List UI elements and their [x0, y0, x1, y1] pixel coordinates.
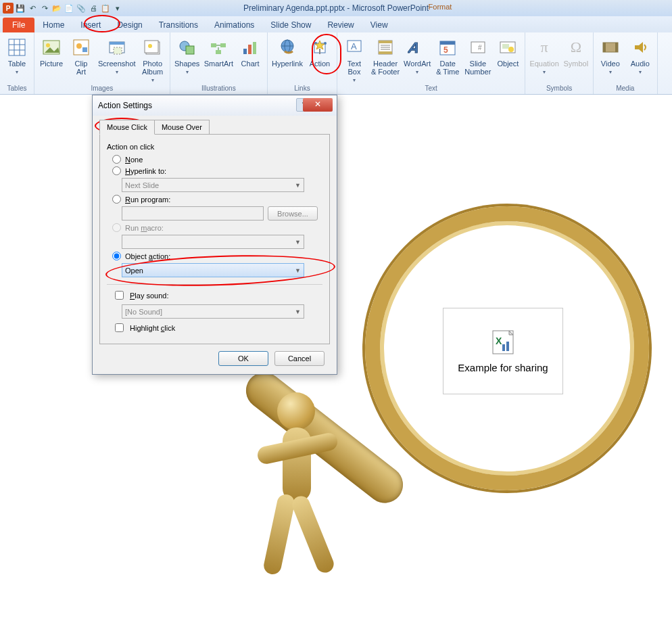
- dialog-titlebar[interactable]: Action Settings ? ✕: [93, 95, 337, 116]
- chart-icon: [239, 37, 261, 58]
- wordart-button[interactable]: AWordArt: [404, 37, 431, 75]
- radio-objectaction[interactable]: Object action:: [112, 252, 322, 260]
- cancel-button[interactable]: Cancel: [274, 351, 325, 366]
- symbol-button[interactable]: ΩSymbol: [563, 37, 589, 68]
- svg-text:A: A: [351, 41, 357, 51]
- hyperlink-icon: [277, 37, 298, 58]
- dialog-close-icon[interactable]: ✕: [303, 98, 333, 112]
- svg-rect-43: [440, 41, 455, 45]
- hyperlink-label: Hyperlink: [272, 60, 303, 68]
- svg-rect-0: [9, 39, 25, 55]
- smartart-button[interactable]: SmartArt: [204, 37, 233, 68]
- group-symbols-label: Symbols: [546, 83, 572, 94]
- picture-button[interactable]: Picture: [39, 37, 64, 68]
- hyperlink-button[interactable]: Hyperlink: [272, 37, 303, 68]
- paste-icon[interactable]: 📋: [100, 3, 111, 14]
- clipart-button[interactable]: Clip Art: [68, 37, 94, 76]
- action-button[interactable]: Action: [307, 37, 333, 68]
- svg-rect-18: [211, 43, 216, 47]
- window-title: Preliminary Agenda.ppt.pptx - Microsoft …: [243, 3, 429, 13]
- redo-icon[interactable]: ↷: [39, 3, 50, 14]
- tab-format[interactable]: Format: [406, 0, 475, 14]
- datetime-icon: 5: [437, 37, 458, 58]
- photoalbum-button[interactable]: Photo Album: [140, 37, 166, 83]
- headerfooter-button[interactable]: Header & Footer: [371, 37, 400, 76]
- group-illustrations: Shapes SmartArt Chart Illustrations: [170, 32, 268, 94]
- tab-mouse-over[interactable]: Mouse Over: [154, 120, 210, 135]
- dialog-title: Action Settings: [98, 101, 152, 110]
- objectaction-value: Open: [125, 267, 143, 275]
- radio-hyperlink[interactable]: Hyperlink to:: [112, 166, 322, 175]
- playsound-combo: [No Sound]▼: [122, 304, 304, 319]
- object-button[interactable]: Object: [495, 37, 521, 68]
- tab-animations[interactable]: Animations: [206, 18, 262, 32]
- open-icon[interactable]: 📂: [51, 3, 62, 14]
- slidenumber-icon: #: [467, 37, 489, 58]
- ribbon: Table Tables Picture Clip Art Screenshot…: [0, 32, 672, 95]
- equation-icon: π: [533, 37, 555, 58]
- shapes-button[interactable]: Shapes: [174, 37, 200, 75]
- tab-insert[interactable]: Insert: [72, 18, 109, 32]
- clipart-icon: [70, 37, 92, 58]
- video-button[interactable]: Video: [598, 37, 623, 75]
- table-label: Table: [8, 60, 26, 68]
- svg-rect-58: [506, 342, 509, 351]
- action-settings-dialog: Action Settings ? ✕ Mouse Click Mouse Ov…: [92, 95, 337, 375]
- group-text: AText Box Header & Footer AWordArt 5Date…: [337, 32, 525, 94]
- datetime-label: Date & Time: [436, 60, 459, 76]
- tab-file[interactable]: File: [3, 18, 34, 32]
- tab-view[interactable]: View: [362, 18, 396, 32]
- equation-button[interactable]: πEquation: [529, 37, 558, 75]
- wordart-label: WordArt: [404, 60, 431, 68]
- photoalbum-label: Photo Album: [142, 60, 163, 76]
- chart-button[interactable]: Chart: [237, 37, 263, 68]
- screenshot-button[interactable]: Screenshot: [98, 37, 136, 75]
- svg-rect-57: [502, 344, 505, 351]
- group-links-label: Links: [294, 83, 310, 94]
- object-label: Object: [497, 60, 519, 68]
- svg-rect-52: [615, 43, 618, 52]
- group-tables: Table Tables: [0, 32, 34, 94]
- svg-rect-17: [186, 46, 194, 54]
- save-icon[interactable]: 💾: [15, 3, 26, 14]
- group-media-label: Media: [616, 83, 634, 94]
- print-icon[interactable]: 🖨: [88, 3, 99, 14]
- tab-transitions[interactable]: Transitions: [151, 18, 206, 32]
- svg-rect-9: [82, 47, 87, 52]
- tab-home[interactable]: Home: [34, 18, 72, 32]
- undo-icon[interactable]: ↶: [27, 3, 38, 14]
- svg-rect-11: [110, 42, 124, 45]
- ok-button[interactable]: OK: [218, 351, 268, 366]
- audio-label: Audio: [631, 60, 650, 68]
- tab-review[interactable]: Review: [319, 18, 362, 32]
- dialog-panel: Action on click None Hyperlink to: Next …: [99, 134, 330, 344]
- tab-slideshow[interactable]: Slide Show: [262, 18, 319, 32]
- objectaction-combo[interactable]: Open▼: [122, 263, 304, 277]
- title-bar: P 💾 ↶ ↷ 📂 📄 📎 🖨 📋 ▾ Preliminary Agenda.p…: [0, 0, 672, 16]
- video-icon: [600, 37, 621, 58]
- svg-rect-36: [379, 41, 392, 43]
- radio-none[interactable]: None: [112, 155, 322, 164]
- slidenumber-button[interactable]: #Slide Number: [464, 37, 491, 76]
- group-symbols: πEquation ΩSymbol Symbols: [525, 32, 593, 94]
- group-tables-label: Tables: [7, 83, 27, 94]
- audio-button[interactable]: Audio: [627, 37, 653, 75]
- textbox-button[interactable]: AText Box: [341, 37, 367, 83]
- new-icon[interactable]: 📄: [64, 3, 74, 14]
- table-button[interactable]: Table: [4, 37, 30, 75]
- photoalbum-icon: [142, 37, 164, 58]
- embedded-object[interactable]: X Example for sharing: [443, 308, 563, 394]
- radio-runprogram[interactable]: Run program:: [112, 195, 322, 204]
- check-highlight[interactable]: Highlight click: [112, 321, 322, 334]
- equation-label: Equation: [529, 60, 558, 68]
- datetime-button[interactable]: 5Date & Time: [435, 37, 460, 76]
- symbol-icon: Ω: [565, 37, 587, 58]
- embedded-caption: Example for sharing: [458, 362, 548, 374]
- attach-icon[interactable]: 📎: [76, 3, 87, 14]
- tab-mouse-click[interactable]: Mouse Click: [99, 120, 155, 135]
- check-playsound[interactable]: Play sound:: [112, 289, 322, 302]
- group-images-label: Images: [91, 83, 113, 94]
- qat-more-icon[interactable]: ▾: [112, 3, 123, 14]
- playsound-value: [No Sound]: [125, 308, 162, 316]
- tab-design[interactable]: Design: [109, 18, 150, 32]
